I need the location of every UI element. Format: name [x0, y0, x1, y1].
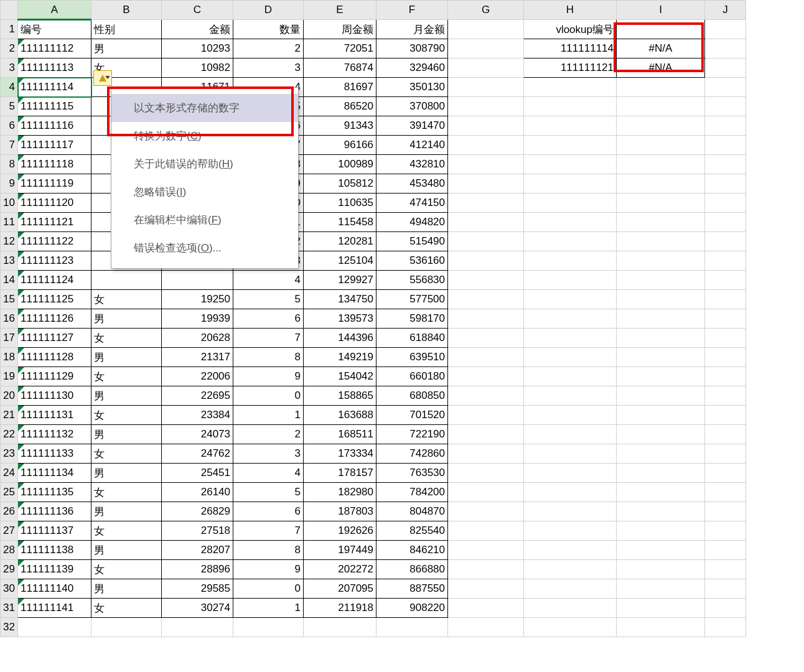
cell-D19[interactable]: 9	[233, 367, 304, 386]
cell-D30[interactable]: 0	[233, 579, 304, 599]
cell-A5[interactable]: 111111115	[18, 97, 91, 116]
cell-A16[interactable]: 111111126	[18, 309, 91, 329]
cell-I14[interactable]	[617, 271, 705, 290]
cell-E6[interactable]: 91343	[304, 116, 376, 136]
cell-E19[interactable]: 154042	[304, 367, 376, 386]
cell-H7[interactable]	[524, 136, 617, 155]
cell-D24[interactable]: 4	[233, 464, 304, 483]
cell-D21[interactable]: 1	[233, 406, 304, 425]
cell-E23[interactable]: 173334	[304, 444, 376, 464]
cell-A6[interactable]: 111111116	[18, 116, 91, 136]
cell-E27[interactable]: 192626	[304, 521, 376, 541]
col-header-B[interactable]: B	[91, 1, 162, 20]
cell-I4[interactable]	[617, 78, 705, 97]
cell-A29[interactable]: 111111139	[18, 560, 91, 579]
cell-D18[interactable]: 8	[233, 348, 304, 367]
cell-I24[interactable]	[617, 464, 705, 483]
cell-J14[interactable]	[705, 271, 746, 290]
cell-C27[interactable]: 27518	[162, 521, 233, 541]
row-header-19[interactable]: 19	[1, 367, 18, 386]
cell-C24[interactable]: 25451	[162, 464, 233, 483]
cell-E18[interactable]: 149219	[304, 348, 376, 367]
cell-D29[interactable]: 9	[233, 560, 304, 579]
cell-F31[interactable]: 908220	[376, 599, 448, 618]
cell-G19[interactable]	[448, 367, 524, 386]
cell-H13[interactable]	[524, 251, 617, 271]
cell-F32[interactable]	[376, 618, 448, 637]
cell-A8[interactable]: 111111118	[18, 155, 91, 174]
cell-F17[interactable]: 618840	[376, 329, 448, 348]
cell-B2[interactable]: 男	[91, 39, 162, 58]
cell-F23[interactable]: 742860	[376, 444, 448, 464]
cell-E32[interactable]	[304, 618, 376, 637]
cell-A15[interactable]: 111111125	[18, 290, 91, 309]
cell-C15[interactable]: 19250	[162, 290, 233, 309]
cell-A28[interactable]: 111111138	[18, 541, 91, 560]
cell-G15[interactable]	[448, 290, 524, 309]
col-header-I[interactable]: I	[617, 1, 705, 20]
cell-B14[interactable]	[91, 271, 162, 290]
row-header-22[interactable]: 22	[1, 425, 18, 444]
row-header-31[interactable]: 31	[1, 599, 18, 618]
cell-F28[interactable]: 846210	[376, 541, 448, 560]
cell-F9[interactable]: 453480	[376, 174, 448, 194]
cell-G13[interactable]	[448, 251, 524, 271]
cell-E11[interactable]: 115458	[304, 213, 376, 232]
cell-H6[interactable]	[524, 116, 617, 136]
cell-E21[interactable]: 163688	[304, 406, 376, 425]
cell-A3[interactable]: 111111113	[18, 58, 91, 78]
cell-I25[interactable]	[617, 483, 705, 502]
cell-C19[interactable]: 22006	[162, 367, 233, 386]
cell-C30[interactable]: 29585	[162, 579, 233, 599]
cell-A17[interactable]: 111111127	[18, 329, 91, 348]
cell-E15[interactable]: 134750	[304, 290, 376, 309]
cell-B24[interactable]: 男	[91, 464, 162, 483]
cell-J12[interactable]	[705, 232, 746, 251]
cell-E26[interactable]: 187803	[304, 502, 376, 521]
cell-G28[interactable]	[448, 541, 524, 560]
cell-D26[interactable]: 6	[233, 502, 304, 521]
cell-A26[interactable]: 111111136	[18, 502, 91, 521]
cell-J32[interactable]	[705, 618, 746, 637]
cell-C32[interactable]	[162, 618, 233, 637]
cell-F30[interactable]: 887550	[376, 579, 448, 599]
cell-C16[interactable]: 19939	[162, 309, 233, 329]
row-header-23[interactable]: 23	[1, 444, 18, 464]
cell-B28[interactable]: 男	[91, 541, 162, 560]
col-header-F[interactable]: F	[376, 1, 448, 20]
cell-B31[interactable]: 女	[91, 599, 162, 618]
cell-J18[interactable]	[705, 348, 746, 367]
cell-B22[interactable]: 男	[91, 425, 162, 444]
cell-G14[interactable]	[448, 271, 524, 290]
cell-H30[interactable]	[524, 579, 617, 599]
cell-D17[interactable]: 7	[233, 329, 304, 348]
cell-H8[interactable]	[524, 155, 617, 174]
cell-J27[interactable]	[705, 521, 746, 541]
cell-B20[interactable]: 男	[91, 386, 162, 406]
cell-I6[interactable]	[617, 116, 705, 136]
cell-G9[interactable]	[448, 174, 524, 194]
cell-G17[interactable]	[448, 329, 524, 348]
cell-F27[interactable]: 825540	[376, 521, 448, 541]
row-header-29[interactable]: 29	[1, 560, 18, 579]
cell-E17[interactable]: 144396	[304, 329, 376, 348]
cell-E9[interactable]: 105812	[304, 174, 376, 194]
cell-I16[interactable]	[617, 309, 705, 329]
cell-J30[interactable]	[705, 579, 746, 599]
cell-I17[interactable]	[617, 329, 705, 348]
cell-B27[interactable]: 女	[91, 521, 162, 541]
row-header-7[interactable]: 7	[1, 136, 18, 155]
cell-J28[interactable]	[705, 541, 746, 560]
cell-I10[interactable]	[617, 194, 705, 213]
cell-I32[interactable]	[617, 618, 705, 637]
cell-I11[interactable]	[617, 213, 705, 232]
cell-I2[interactable]: #N/A	[617, 39, 705, 58]
cell-H15[interactable]	[524, 290, 617, 309]
col-header-E[interactable]: E	[304, 1, 376, 20]
cell-G16[interactable]	[448, 309, 524, 329]
cell-F5[interactable]: 370800	[376, 97, 448, 116]
cell-D2[interactable]: 2	[233, 39, 304, 58]
cell-E31[interactable]: 211918	[304, 599, 376, 618]
cell-E10[interactable]: 110635	[304, 194, 376, 213]
cell-A10[interactable]: 111111120	[18, 194, 91, 213]
